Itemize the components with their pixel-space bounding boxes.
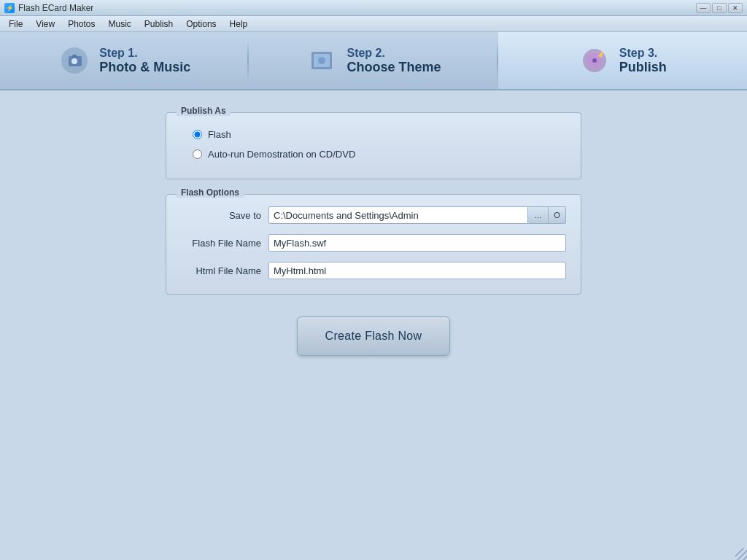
step-3-icon bbox=[578, 44, 611, 77]
flash-options-legend: Flash Options bbox=[177, 187, 244, 198]
html-file-row: Html File Name bbox=[181, 262, 566, 279]
menu-publish[interactable]: Publish bbox=[139, 18, 179, 31]
save-to-input[interactable] bbox=[268, 206, 528, 224]
titlebar-left: ⚡ Flash ECard Maker bbox=[4, 3, 93, 13]
radio-flash-label[interactable]: Flash bbox=[208, 129, 231, 140]
radio-flash[interactable] bbox=[193, 130, 202, 139]
flash-file-input[interactable] bbox=[268, 234, 566, 252]
create-flash-button[interactable]: Create Flash Now bbox=[297, 316, 450, 356]
flash-file-row: Flash File Name bbox=[181, 234, 566, 252]
steps-header: Step 1. Photo & Music Step 2. Choose The… bbox=[0, 32, 747, 90]
step-1[interactable]: Step 1. Photo & Music bbox=[0, 32, 249, 89]
main-content: Publish As Flash Auto-run Demostration o… bbox=[0, 90, 747, 560]
step-2[interactable]: Step 2. Choose Theme bbox=[249, 32, 498, 89]
minimize-button[interactable]: — bbox=[696, 3, 711, 13]
browse-button[interactable]: ... bbox=[528, 206, 549, 224]
step-1-icon bbox=[58, 44, 90, 77]
menu-music[interactable]: Music bbox=[103, 18, 137, 31]
save-to-label: Save to bbox=[181, 210, 268, 221]
close-button[interactable]: ✕ bbox=[728, 3, 743, 13]
titlebar: ⚡ Flash ECard Maker — □ ✕ bbox=[0, 0, 747, 16]
publish-as-panel: Publish As Flash Auto-run Demostration o… bbox=[166, 112, 581, 179]
step-2-icon bbox=[306, 44, 338, 77]
radio-cd-label[interactable]: Auto-run Demostration on CD/DVD bbox=[208, 149, 355, 160]
step-1-name: Photo & Music bbox=[99, 60, 190, 75]
step-3[interactable]: Step 3. Publish bbox=[498, 32, 747, 89]
menu-file[interactable]: File bbox=[3, 18, 28, 31]
html-file-label: Html File Name bbox=[181, 265, 268, 276]
step-3-number: Step 3. bbox=[619, 47, 667, 60]
menu-options[interactable]: Options bbox=[180, 18, 222, 31]
svg-point-6 bbox=[318, 57, 325, 64]
step-2-number: Step 2. bbox=[347, 47, 441, 60]
svg-rect-3 bbox=[72, 55, 77, 58]
reset-button[interactable]: O bbox=[549, 206, 566, 224]
html-file-input[interactable] bbox=[268, 262, 566, 279]
step-2-text: Step 2. Choose Theme bbox=[347, 47, 441, 75]
menu-view[interactable]: View bbox=[30, 18, 61, 31]
step-3-name: Publish bbox=[619, 60, 667, 75]
save-to-row: Save to ... O bbox=[181, 206, 566, 224]
menu-help[interactable]: Help bbox=[224, 18, 254, 31]
flash-file-label: Flash File Name bbox=[181, 238, 268, 249]
menu-photos[interactable]: Photos bbox=[62, 18, 101, 31]
publish-as-legend: Publish As bbox=[177, 106, 231, 116]
step-1-number: Step 1. bbox=[99, 47, 190, 60]
step-2-name: Choose Theme bbox=[347, 60, 441, 75]
app-icon: ⚡ bbox=[4, 3, 15, 13]
svg-point-9 bbox=[592, 58, 597, 63]
titlebar-controls: — □ ✕ bbox=[696, 3, 743, 13]
step-3-text: Step 3. Publish bbox=[619, 47, 667, 75]
step-1-text: Step 1. Photo & Music bbox=[99, 47, 190, 75]
radio-cdvd-option[interactable]: Auto-run Demostration on CD/DVD bbox=[181, 144, 566, 164]
menubar: File View Photos Music Publish Options H… bbox=[0, 16, 747, 32]
maximize-button[interactable]: □ bbox=[712, 3, 727, 13]
flash-options-panel: Flash Options Save to ... O Flash File N… bbox=[166, 194, 581, 295]
radio-flash-option[interactable]: Flash bbox=[181, 125, 566, 144]
resize-grip bbox=[735, 548, 747, 560]
radio-cd[interactable] bbox=[193, 149, 202, 159]
svg-point-2 bbox=[71, 58, 77, 64]
app-title: Flash ECard Maker bbox=[18, 3, 93, 13]
